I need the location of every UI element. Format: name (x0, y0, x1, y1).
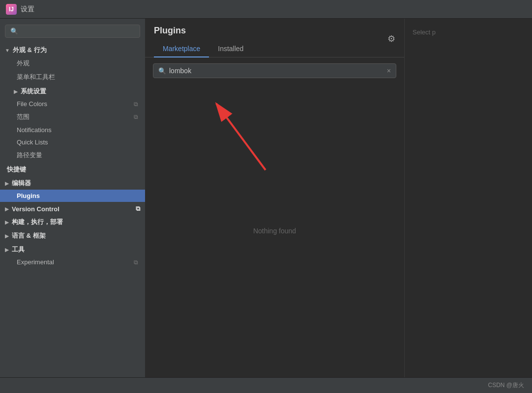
sidebar-item-appearance-behavior[interactable]: ▼ 外观 & 行为 (0, 43, 145, 56)
plugin-search-box: 🔍 × (153, 63, 396, 78)
sidebar-item-lang-framework[interactable]: ▶ 语言 & 框架 (0, 228, 145, 242)
sidebar-item-label: Experimental (17, 258, 54, 266)
sidebar-item-path-variables[interactable]: 路径变量 (0, 148, 145, 162)
sidebar-item-label: File Colors (17, 100, 47, 108)
bottom-bar: CSDN @唐火 (0, 377, 532, 393)
collapse-arrow-icon: ▼ (5, 48, 10, 53)
right-panel-placeholder: Select p (413, 28, 436, 36)
sidebar-item-label: 系统设置 (21, 87, 46, 96)
sidebar-item-keymap[interactable]: 快捷键 (0, 162, 145, 176)
title-bar: IJ 设置 (0, 0, 532, 19)
sidebar-item-quick-lists[interactable]: Quick Lists (0, 136, 145, 148)
nothing-found-text: Nothing found (253, 227, 296, 235)
plugin-panel-header: Plugins Marketplace Installed ⚙ (145, 19, 404, 57)
right-panel: Select p (404, 19, 532, 377)
plugin-tabs: Marketplace Installed (154, 41, 387, 57)
collapse-arrow-icon: ▶ (5, 233, 9, 239)
window-title: 设置 (21, 5, 34, 14)
svg-line-1 (216, 104, 266, 170)
copy-icon: ⧉ (136, 205, 140, 213)
plugin-panel-title-and-tabs: Plugins Marketplace Installed (154, 26, 387, 57)
sidebar-item-label: Plugins (17, 192, 40, 199)
sidebar-item-menus-toolbars[interactable]: 菜单和工具栏 (0, 70, 145, 84)
sidebar-item-label: 快捷键 (7, 165, 26, 174)
sidebar-item-file-colors[interactable]: File Colors ⧉ (0, 98, 145, 110)
plugin-panel: Plugins Marketplace Installed ⚙ 🔍 × (145, 19, 404, 377)
sidebar-item-label: 路径变量 (17, 151, 42, 160)
sidebar-item-label: Quick Lists (17, 139, 48, 146)
app-logo: IJ (6, 4, 17, 15)
collapse-arrow-icon: ▶ (5, 220, 9, 225)
tab-installed[interactable]: Installed (209, 41, 252, 57)
sidebar-item-label: 外观 & 行为 (13, 46, 47, 55)
copy-icon: ⧉ (134, 101, 138, 108)
plugin-search-bar: 🔍 × (145, 57, 404, 84)
sidebar-item-tools[interactable]: ▶ 工具 (0, 242, 145, 256)
sidebar-item-label: 菜单和工具栏 (17, 73, 55, 82)
sidebar-search-icon: 🔍 (10, 28, 18, 35)
gear-icon[interactable]: ⚙ (387, 33, 395, 44)
sidebar-item-label: Version Control (12, 205, 59, 213)
plugin-content-area: Nothing found (145, 84, 404, 377)
sidebar-item-plugins[interactable]: Plugins (0, 190, 145, 202)
copy-icon: ⧉ (134, 113, 138, 120)
sidebar-item-label: 工具 (12, 245, 25, 254)
sidebar: 🔍 ▼ 外观 & 行为 外观 菜单和工具栏 ▶ 系统设置 File Colors… (0, 19, 145, 377)
sidebar-item-build-exec-deploy[interactable]: ▶ 构建，执行，部署 (0, 215, 145, 228)
sidebar-item-scope[interactable]: 范围 ⧉ (0, 110, 145, 124)
plugin-search-input[interactable] (169, 67, 384, 75)
collapse-arrow-icon: ▶ (5, 247, 9, 253)
collapse-arrow-icon: ▶ (14, 89, 18, 94)
sidebar-search-input[interactable] (21, 28, 135, 35)
sidebar-item-label: 构建，执行，部署 (12, 218, 63, 226)
watermark-text: CSDN @唐火 (488, 381, 524, 390)
main-content: 🔍 ▼ 外观 & 行为 外观 菜单和工具栏 ▶ 系统设置 File Colors… (0, 19, 532, 377)
search-icon: 🔍 (158, 67, 166, 75)
copy-icon: ⧉ (134, 259, 138, 266)
sidebar-item-label: Notifications (17, 126, 52, 134)
tab-marketplace[interactable]: Marketplace (154, 41, 209, 57)
arrow-annotation (189, 89, 278, 189)
sidebar-item-label: 编辑器 (12, 179, 31, 188)
collapse-arrow-icon: ▶ (5, 181, 9, 186)
sidebar-item-notifications[interactable]: Notifications (0, 124, 145, 136)
clear-search-button[interactable]: × (387, 67, 391, 75)
sidebar-item-label: 外观 (17, 59, 30, 68)
sidebar-search-box[interactable]: 🔍 (5, 25, 140, 38)
sidebar-item-label: 范围 (17, 112, 30, 121)
sidebar-item-version-control[interactable]: ▶ Version Control ⧉ (0, 202, 145, 215)
sidebar-item-appearance[interactable]: 外观 (0, 56, 145, 70)
sidebar-item-system-settings[interactable]: ▶ 系统设置 (0, 84, 145, 98)
sidebar-item-editor[interactable]: ▶ 编辑器 (0, 176, 145, 190)
sidebar-item-experimental[interactable]: Experimental ⧉ (0, 256, 145, 268)
collapse-arrow-icon: ▶ (5, 206, 9, 212)
sidebar-item-label: 语言 & 框架 (12, 231, 46, 240)
plugin-panel-title: Plugins (154, 26, 387, 36)
